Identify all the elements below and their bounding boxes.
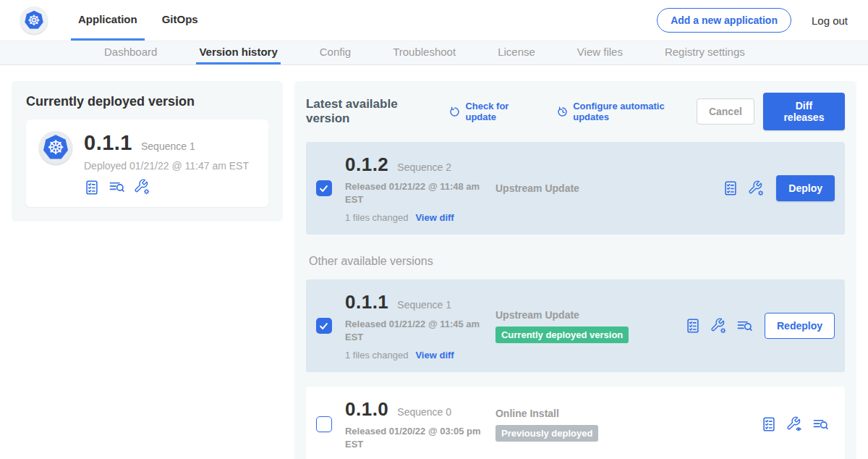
current-version-title: Currently deployed version bbox=[26, 94, 268, 109]
tab-troubleshoot[interactable]: Troubleshoot bbox=[390, 41, 459, 64]
add-application-button[interactable]: Add a new application bbox=[657, 8, 791, 33]
tab-license[interactable]: License bbox=[495, 41, 538, 64]
version-sequence: Sequence 0 bbox=[397, 406, 451, 418]
version-number: 0.1.2 bbox=[345, 153, 388, 176]
deploy-logs-icon[interactable] bbox=[109, 179, 125, 195]
deploy-logs-icon[interactable] bbox=[736, 318, 753, 334]
tab-dashboard[interactable]: Dashboard bbox=[101, 41, 160, 64]
version-row-0-1-1: 0.1.1 Sequence 1 Released 01/21/22 @ 11:… bbox=[306, 279, 845, 372]
version-history-panel: Latest available version Check for updat… bbox=[294, 81, 856, 459]
view-diff-link[interactable]: View diff bbox=[415, 350, 454, 361]
latest-version-header: Latest available version Check for updat… bbox=[306, 93, 845, 130]
row-actions bbox=[761, 416, 829, 433]
version-source: Upstream Update bbox=[495, 182, 685, 194]
schedule-update-icon bbox=[557, 106, 569, 118]
version-number: 0.1.1 bbox=[345, 291, 388, 313]
row-actions bbox=[723, 180, 765, 197]
top-nav: ☸ Application GitOps Add a new applicati… bbox=[0, 0, 868, 41]
logout-button[interactable]: Log out bbox=[812, 14, 848, 27]
deploy-button[interactable]: Deploy bbox=[776, 175, 835, 201]
check-icon bbox=[318, 321, 329, 332]
version-row-0-1-0: 0.1.0 Sequence 0 Released 01/20/22 @ 03:… bbox=[306, 387, 845, 459]
view-config-icon[interactable] bbox=[786, 416, 803, 433]
source-label: Upstream Update bbox=[495, 309, 685, 321]
deploy-logs-icon[interactable] bbox=[812, 416, 829, 433]
current-version-card: ☸ 0.1.1 Sequence 1 Deployed 01/21/22 @ 1… bbox=[26, 119, 268, 207]
version-checkbox[interactable] bbox=[316, 180, 332, 196]
redeploy-button[interactable]: Redeploy bbox=[765, 313, 835, 339]
kubernetes-helm-icon: ☸ bbox=[23, 9, 45, 31]
preflight-checks-icon[interactable] bbox=[723, 180, 739, 196]
version-sequence: Sequence 1 bbox=[397, 299, 451, 311]
deployed-timestamp: Deployed 01/21/22 @ 11:47 am EST bbox=[84, 160, 249, 172]
files-changed: 1 files changed bbox=[345, 350, 408, 361]
edit-config-icon[interactable] bbox=[748, 180, 765, 197]
tab-registry-settings[interactable]: Registry settings bbox=[662, 41, 748, 64]
files-changed: 1 files changed bbox=[345, 212, 408, 223]
configure-updates-link[interactable]: Configure automatic updates bbox=[557, 101, 697, 122]
version-row-0-1-2: 0.1.2 Sequence 2 Released 01/21/22 @ 11:… bbox=[306, 142, 845, 235]
source-label: Online Install bbox=[495, 408, 685, 419]
diff-releases-button[interactable]: Diff releases bbox=[763, 93, 845, 130]
currently-deployed-badge: Currently deployed version bbox=[495, 327, 629, 343]
app-icon: ☸ bbox=[39, 131, 72, 164]
cancel-button[interactable]: Cancel bbox=[697, 98, 754, 125]
svg-text:☸: ☸ bbox=[47, 137, 64, 159]
check-for-update-link[interactable]: Check for update bbox=[449, 101, 538, 122]
version-source: Online Install Previously deployed bbox=[495, 408, 685, 442]
version-info: 0.1.2 Sequence 2 Released 01/21/22 @ 11:… bbox=[345, 153, 495, 223]
tab-config[interactable]: Config bbox=[317, 41, 354, 64]
other-versions-title: Other available versions bbox=[309, 255, 845, 268]
preflight-checks-icon[interactable] bbox=[761, 416, 777, 432]
kubernetes-helm-icon: ☸ bbox=[41, 133, 70, 162]
tab-gitops[interactable]: GitOps bbox=[155, 0, 205, 41]
previously-deployed-badge: Previously deployed bbox=[495, 425, 598, 442]
edit-config-icon[interactable] bbox=[134, 179, 150, 195]
version-checkbox[interactable] bbox=[316, 318, 332, 334]
configure-updates-label: Configure automatic updates bbox=[573, 101, 697, 122]
latest-version-title: Latest available version bbox=[306, 97, 438, 126]
main-content: Currently deployed version ☸ 0.1.1 Seque… bbox=[0, 65, 868, 459]
view-diff-link[interactable]: View diff bbox=[415, 212, 454, 223]
row-actions bbox=[685, 318, 753, 334]
refresh-icon bbox=[449, 106, 461, 118]
current-version-number: 0.1.1 bbox=[84, 131, 132, 155]
tab-view-files[interactable]: View files bbox=[574, 41, 626, 64]
check-for-update-label: Check for update bbox=[465, 101, 538, 122]
kubernetes-logo: ☸ bbox=[20, 7, 48, 34]
svg-text:☸: ☸ bbox=[27, 12, 41, 28]
top-tabs: Application GitOps bbox=[71, 0, 216, 41]
tab-version-history[interactable]: Version history bbox=[196, 41, 280, 64]
preflight-checks-icon[interactable] bbox=[685, 318, 701, 334]
top-nav-spacer bbox=[216, 0, 657, 41]
app-subnav: Dashboard Version history Config Trouble… bbox=[0, 41, 868, 65]
tab-application[interactable]: Application bbox=[71, 0, 145, 41]
current-version-info: 0.1.1 Sequence 1 Deployed 01/21/22 @ 11:… bbox=[84, 131, 249, 195]
version-number: 0.1.0 bbox=[345, 398, 388, 421]
check-icon bbox=[318, 183, 329, 194]
version-info: 0.1.0 Sequence 0 Released 01/20/22 @ 03:… bbox=[345, 398, 495, 450]
released-timestamp: Released 01/21/22 @ 11:45 am EST bbox=[345, 318, 484, 343]
current-version-sequence: Sequence 1 bbox=[141, 140, 195, 152]
version-source: Upstream Update Currently deployed versi… bbox=[495, 309, 685, 343]
source-label: Upstream Update bbox=[495, 182, 685, 194]
current-version-panel: Currently deployed version ☸ 0.1.1 Seque… bbox=[12, 81, 283, 222]
version-sequence: Sequence 2 bbox=[397, 161, 451, 173]
released-timestamp: Released 01/20/22 @ 03:05 pm EST bbox=[345, 425, 484, 450]
preflight-checks-icon[interactable] bbox=[84, 180, 100, 195]
edit-config-icon[interactable] bbox=[710, 318, 727, 334]
version-info: 0.1.1 Sequence 1 Released 01/21/22 @ 11:… bbox=[345, 291, 495, 361]
released-timestamp: Released 01/21/22 @ 11:48 am EST bbox=[345, 180, 484, 206]
version-checkbox[interactable] bbox=[316, 416, 332, 432]
